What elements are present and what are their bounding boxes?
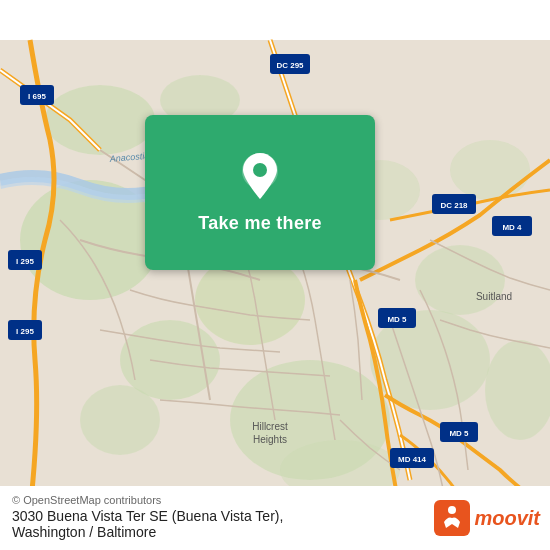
attribution-bar: © OpenStreetMap contributors 3030 Buena … xyxy=(0,486,550,550)
location-pin-icon xyxy=(238,151,282,203)
svg-text:MD 4: MD 4 xyxy=(502,223,522,232)
svg-text:MD 5: MD 5 xyxy=(387,315,407,324)
svg-text:Heights: Heights xyxy=(253,434,287,445)
svg-text:Hillcrest: Hillcrest xyxy=(252,421,288,432)
svg-text:I 695: I 695 xyxy=(28,92,46,101)
svg-text:I 295: I 295 xyxy=(16,327,34,336)
svg-point-7 xyxy=(45,85,155,155)
moovit-icon xyxy=(434,500,470,536)
svg-text:DC 218: DC 218 xyxy=(440,201,468,210)
map-svg: I 695 I 295 I 295 DC 295 DC 295 MD 4 DC … xyxy=(0,0,550,550)
svg-text:MD 414: MD 414 xyxy=(398,455,427,464)
svg-text:I 295: I 295 xyxy=(16,257,34,266)
cta-button-label: Take me there xyxy=(198,213,322,234)
map-container: I 695 I 295 I 295 DC 295 DC 295 MD 4 DC … xyxy=(0,0,550,550)
cta-panel[interactable]: Take me there xyxy=(145,115,375,270)
address-line: 3030 Buena Vista Ter SE (Buena Vista Ter… xyxy=(12,508,283,524)
svg-text:DC 295: DC 295 xyxy=(276,61,304,70)
svg-text:MD 5: MD 5 xyxy=(449,429,469,438)
svg-point-9 xyxy=(450,140,530,200)
svg-point-44 xyxy=(448,506,456,514)
svg-point-42 xyxy=(253,163,267,177)
moovit-logo: moovit xyxy=(434,500,540,536)
moovit-text: moovit xyxy=(474,507,540,530)
svg-text:Suitland: Suitland xyxy=(476,291,512,302)
svg-point-12 xyxy=(80,385,160,455)
city-line: Washington / Baltimore xyxy=(12,524,283,540)
